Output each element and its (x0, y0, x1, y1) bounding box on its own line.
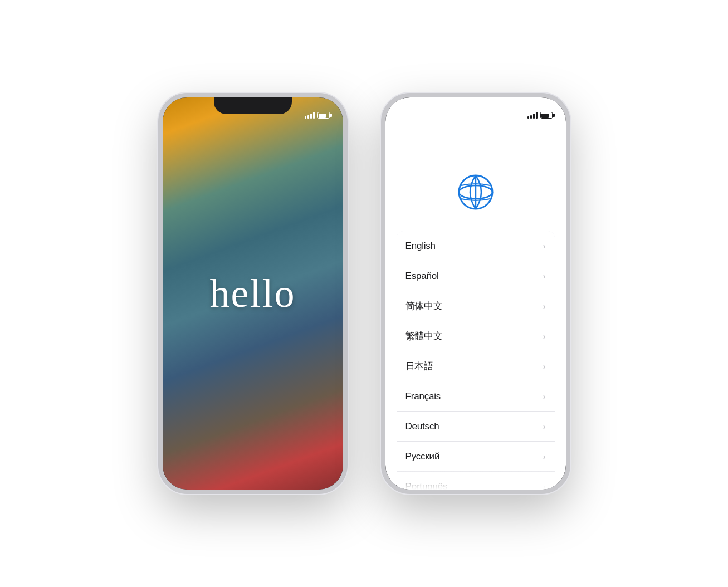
chevron-right-icon: › (543, 332, 546, 341)
language-item[interactable]: 繁體中文› (397, 321, 555, 351)
language-item[interactable]: Português› (397, 472, 555, 490)
language-name: Français (405, 391, 441, 402)
language-item[interactable]: 简体中文› (397, 291, 555, 321)
language-name: Deutsch (405, 421, 439, 432)
globe-icon-container (453, 170, 498, 214)
language-screen: English›Español›简体中文›繁體中文›日本語›Français›D… (385, 97, 566, 490)
language-name: 繁體中文 (405, 330, 443, 343)
phone-hello: hello (158, 93, 348, 494)
battery-icon (540, 112, 553, 119)
hello-screen: hello (163, 97, 343, 490)
hello-text: hello (210, 271, 296, 317)
language-item[interactable]: Deutsch› (397, 412, 555, 442)
language-item[interactable]: English› (397, 231, 555, 261)
status-icons (305, 112, 330, 119)
battery-icon (317, 112, 330, 119)
language-item[interactable]: Русский› (397, 442, 555, 472)
chevron-right-icon: › (543, 242, 546, 251)
signal-icon (305, 112, 315, 119)
chevron-right-icon: › (543, 422, 546, 431)
globe-icon (456, 172, 496, 212)
language-item[interactable]: Français› (397, 381, 555, 412)
notch (214, 97, 292, 114)
chevron-right-icon: › (543, 392, 546, 401)
phone-language: English›Español›简体中文›繁體中文›日本語›Français›D… (381, 93, 570, 494)
chevron-right-icon: › (543, 272, 546, 281)
chevron-right-icon: › (543, 362, 546, 371)
chevron-right-icon: › (543, 482, 546, 490)
language-item[interactable]: Español› (397, 261, 555, 291)
battery-fill (319, 114, 326, 118)
language-item[interactable]: 日本語› (397, 351, 555, 381)
language-name: Português (405, 481, 448, 490)
language-name: Español (405, 271, 439, 282)
language-name: 简体中文 (405, 300, 443, 312)
language-name: English (405, 241, 436, 252)
status-icons (527, 112, 553, 119)
chevron-right-icon: › (543, 452, 546, 461)
signal-icon (527, 112, 538, 119)
notch (437, 97, 515, 114)
battery-fill (541, 114, 549, 118)
language-name: Русский (405, 451, 440, 462)
language-name: 日本語 (405, 360, 433, 373)
language-list: English›Español›简体中文›繁體中文›日本語›Français›D… (397, 231, 555, 490)
chevron-right-icon: › (543, 302, 546, 311)
